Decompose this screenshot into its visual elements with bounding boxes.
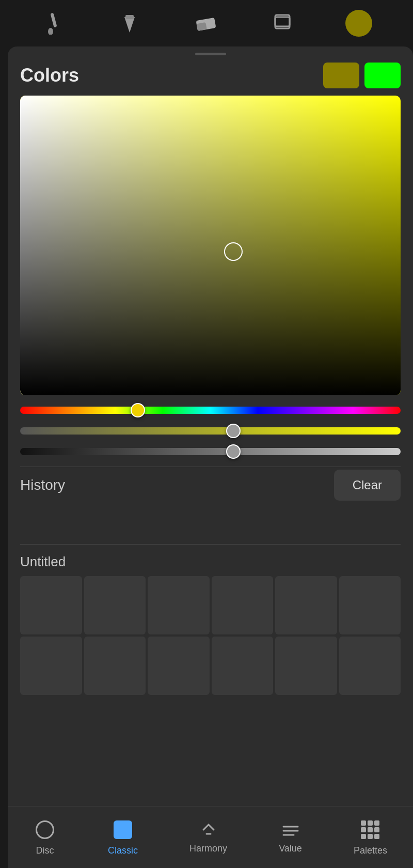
- svg-rect-0: [50, 13, 57, 28]
- value-slider-track[interactable]: [20, 448, 401, 455]
- palettes-icon: [359, 818, 382, 841]
- sliders-area: [8, 395, 413, 467]
- list-item[interactable]: [212, 576, 274, 634]
- value-icon: [281, 820, 300, 839]
- history-header: History Clear: [20, 470, 401, 501]
- opacity-slider-track[interactable]: [20, 427, 401, 435]
- value-slider-row[interactable]: [20, 447, 401, 456]
- list-item[interactable]: [84, 576, 146, 634]
- value-slider-thumb[interactable]: [226, 444, 241, 459]
- palette-dot: [361, 820, 366, 826]
- palette-dot: [368, 820, 373, 826]
- svg-marker-2: [124, 17, 135, 33]
- eraser-tool[interactable]: [193, 10, 219, 36]
- disc-icon: [34, 818, 56, 841]
- svg-rect-3: [125, 15, 134, 19]
- tab-disc-label: Disc: [36, 845, 54, 856]
- palette-dot: [374, 834, 379, 839]
- list-item[interactable]: [339, 576, 401, 634]
- history-section: History Clear: [8, 470, 413, 544]
- tab-classic-label: Classic: [108, 845, 138, 856]
- bottom-nav: Disc Classic Harmony: [8, 806, 413, 868]
- list-item[interactable]: [20, 576, 82, 634]
- black-gradient-layer: [20, 96, 401, 395]
- separator-2: [20, 544, 401, 545]
- palette-dot: [374, 827, 379, 832]
- opacity-slider-thumb[interactable]: [226, 424, 241, 438]
- svg-point-1: [48, 28, 53, 35]
- harmony-icon: [199, 820, 218, 839]
- untitled-swatches: [20, 576, 401, 695]
- layers-tool[interactable]: [269, 10, 295, 36]
- classic-icon-square: [114, 820, 132, 839]
- untitled-label: Untitled: [20, 554, 401, 570]
- palettes-grid: [361, 820, 379, 839]
- tab-disc[interactable]: Disc: [34, 818, 56, 856]
- tab-classic[interactable]: Classic: [108, 818, 138, 856]
- old-color-swatch[interactable]: [323, 63, 359, 88]
- hue-slider-thumb[interactable]: [131, 403, 145, 417]
- untitled-section: Untitled: [8, 554, 413, 695]
- hue-slider-track[interactable]: [20, 407, 401, 414]
- history-area: [20, 508, 401, 544]
- list-item[interactable]: [339, 637, 401, 695]
- toolbar: [0, 0, 413, 47]
- list-item[interactable]: [275, 576, 337, 634]
- color-swatches: [323, 63, 401, 88]
- separator-1: [20, 467, 401, 467]
- colors-panel: Colors: [8, 47, 413, 868]
- list-item[interactable]: [275, 637, 337, 695]
- tab-harmony-label: Harmony: [189, 843, 227, 854]
- panel-header: Colors: [8, 55, 413, 96]
- palette-dot: [361, 827, 366, 832]
- list-item[interactable]: [84, 637, 146, 695]
- palette-dot: [361, 834, 366, 839]
- tab-value-label: Value: [279, 843, 302, 854]
- palette-dot: [374, 820, 379, 826]
- picker-cursor[interactable]: [224, 242, 243, 261]
- disc-icon-circle: [36, 820, 54, 839]
- list-item[interactable]: [212, 637, 274, 695]
- color-picker[interactable]: [20, 96, 401, 395]
- clear-button[interactable]: Clear: [334, 470, 401, 501]
- opacity-slider-row[interactable]: [20, 426, 401, 436]
- classic-icon: [112, 818, 134, 841]
- new-color-swatch[interactable]: [364, 63, 401, 88]
- tab-value[interactable]: Value: [279, 820, 302, 854]
- brush-tool[interactable]: [41, 10, 67, 36]
- list-item[interactable]: [148, 637, 210, 695]
- palette-dot: [368, 834, 373, 839]
- history-label: History: [20, 477, 65, 493]
- panel-title: Colors: [20, 65, 79, 86]
- pen-tool[interactable]: [117, 10, 142, 36]
- list-item[interactable]: [148, 576, 210, 634]
- tab-harmony[interactable]: Harmony: [189, 820, 227, 854]
- hue-slider-row[interactable]: [20, 406, 401, 415]
- tab-palettes-label: Palettes: [354, 845, 387, 856]
- active-color-indicator[interactable]: [345, 10, 372, 37]
- tab-palettes[interactable]: Palettes: [354, 818, 387, 856]
- palette-dot: [368, 827, 373, 832]
- list-item[interactable]: [20, 637, 82, 695]
